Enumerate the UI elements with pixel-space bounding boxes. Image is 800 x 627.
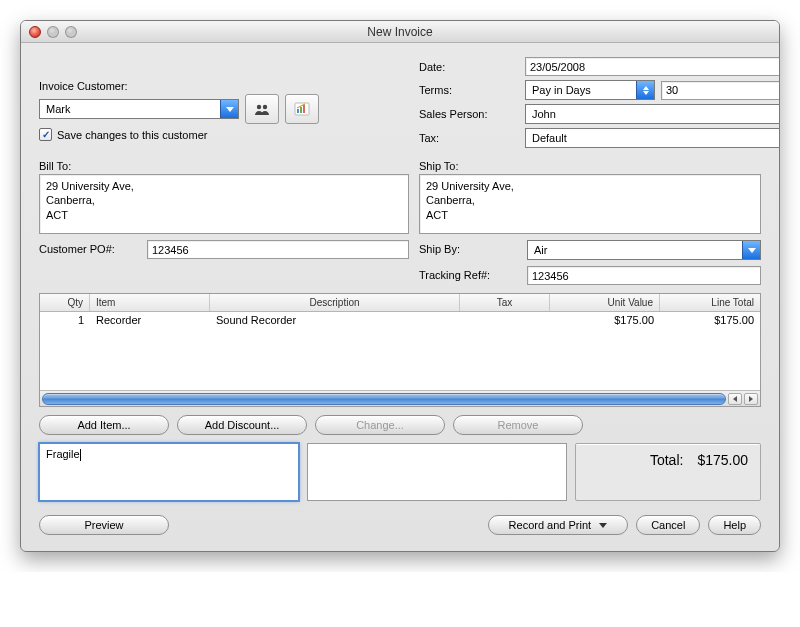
ship-by-label: Ship By: [419,243,519,255]
salesperson-combo[interactable]: John [525,104,780,124]
window-frame: New Invoice Invoice Customer: Mark [20,20,780,552]
table-header: Qty Item Description Tax Unit Value Line… [40,294,760,312]
ship-by-value: Air [528,241,742,259]
cancel-button[interactable]: Cancel [636,515,700,535]
remove-button[interactable]: Remove [453,415,583,435]
ship-by-combo[interactable]: Air [527,240,761,260]
cell-desc: Sound Recorder [210,312,460,330]
svg-rect-4 [300,107,302,113]
bill-to-label: Bill To: [39,160,409,172]
close-icon[interactable] [29,26,41,38]
svg-rect-3 [297,109,299,113]
traffic-lights [29,26,77,38]
line-items-table: Qty Item Description Tax Unit Value Line… [39,293,761,407]
salesperson-value: John [526,105,780,123]
tracking-ref-label: Tracking Ref#: [419,269,519,281]
total-box: Total: $175.00 [575,443,761,501]
note-right-textarea[interactable] [307,443,567,501]
col-tax[interactable]: Tax [460,294,550,311]
window-title: New Invoice [29,25,771,39]
change-button[interactable]: Change... [315,415,445,435]
terms-days-field[interactable] [661,81,780,100]
record-print-label: Record and Print [509,519,592,531]
table-row[interactable]: 1 Recorder Sound Recorder $175.00 $175.0… [40,312,760,330]
customer-po-field[interactable] [147,240,409,259]
cell-item: Recorder [90,312,210,330]
tax-select[interactable]: Default [525,128,780,148]
terms-select[interactable]: Pay in Days [525,80,655,100]
scroll-left-icon[interactable] [728,393,742,405]
svg-rect-5 [303,105,305,113]
salesperson-label: Sales Person: [419,108,519,120]
ship-to-label: Ship To: [419,160,761,172]
invoice-customer-label: Invoice Customer: [39,80,409,92]
text-cursor-icon [80,449,81,461]
terms-label: Terms: [419,84,519,96]
updown-icon [636,81,654,99]
col-item[interactable]: Item [90,294,210,311]
titlebar: New Invoice [21,21,779,43]
chevron-down-icon [742,241,760,259]
save-changes-label: Save changes to this customer [57,129,207,141]
scroll-thumb[interactable] [42,393,726,405]
col-unit[interactable]: Unit Value [550,294,660,311]
customer-value: Mark [40,100,220,118]
report-button[interactable] [285,94,319,124]
chevron-down-icon [599,523,607,528]
minimize-icon[interactable] [47,26,59,38]
cell-tax [460,312,550,330]
total-value: $175.00 [697,452,748,468]
chart-icon [294,102,310,116]
cell-qty: 1 [40,312,90,330]
tax-label: Tax: [419,132,519,144]
save-changes-checkbox[interactable]: ✓ [39,128,52,141]
note-left-textarea[interactable]: Fragile [39,443,299,501]
help-button[interactable]: Help [708,515,761,535]
date-label: Date: [419,61,519,73]
preview-button[interactable]: Preview [39,515,169,535]
tax-value: Default [526,129,780,147]
ship-to-textarea[interactable] [419,174,761,234]
col-line[interactable]: Line Total [660,294,760,311]
record-print-menu[interactable]: Record and Print [488,515,629,535]
add-item-button[interactable]: Add Item... [39,415,169,435]
customer-combo[interactable]: Mark [39,99,239,119]
zoom-icon[interactable] [65,26,77,38]
customer-po-label: Customer PO#: [39,243,139,255]
horizontal-scrollbar[interactable] [40,390,760,406]
total-label: Total: [650,452,683,468]
cell-line: $175.00 [660,312,760,330]
tracking-ref-field[interactable] [527,266,761,285]
date-field[interactable] [525,57,780,76]
col-desc[interactable]: Description [210,294,460,311]
col-qty[interactable]: Qty [40,294,90,311]
terms-value: Pay in Days [526,81,636,99]
svg-point-1 [263,105,267,109]
cell-unit: $175.00 [550,312,660,330]
add-discount-button[interactable]: Add Discount... [177,415,307,435]
note-left-text: Fragile [46,448,80,460]
chevron-down-icon [220,100,238,118]
contacts-button[interactable] [245,94,279,124]
bill-to-textarea[interactable] [39,174,409,234]
scroll-right-icon[interactable] [744,393,758,405]
svg-point-0 [257,105,261,109]
people-icon [254,102,270,116]
